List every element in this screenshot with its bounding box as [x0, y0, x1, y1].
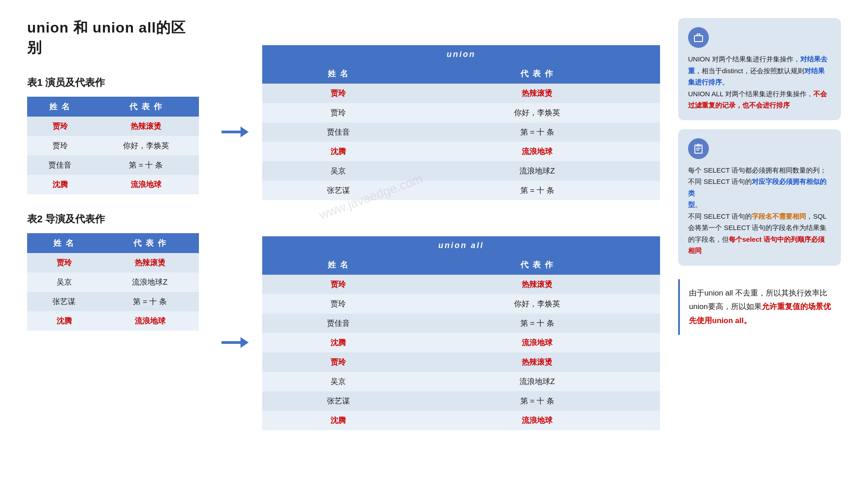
table-row: 张艺谋第 = 十 条: [262, 181, 660, 200]
table-row-work: 第 = 十 条: [415, 181, 660, 200]
table-row-name: 张艺谋: [262, 181, 415, 200]
table-row-name: 贾佳音: [262, 122, 415, 142]
table-row-name: 沈腾: [262, 333, 415, 352]
table1-col2-header: 代 表 作: [93, 97, 199, 117]
table-row-name: 沈腾: [27, 311, 101, 331]
table-row-work: 流浪地球Z: [415, 161, 660, 181]
table-row-work: 热辣滚烫: [93, 117, 199, 136]
table-row-work: 第 = 十 条: [415, 314, 660, 333]
union-all-table: union all 姓 名 代 表 作 贾玲热辣滚烫贾玲你好，李焕英贾佳音第 =…: [262, 236, 660, 430]
table-row: 贾玲你好，李焕英: [262, 294, 660, 314]
table-row: 沈腾流浪地球: [262, 142, 660, 161]
union-col1-header: 姓 名: [262, 64, 415, 84]
table-row: 沈腾流浪地球: [27, 311, 199, 331]
table-row: 贾玲热辣滚烫: [27, 253, 199, 272]
table-row-work: 你好，李焕英: [415, 103, 660, 122]
union-title: union: [262, 45, 660, 64]
table-row: 贾玲你好，李焕英: [27, 136, 199, 155]
table-row-name: 贾玲: [262, 84, 415, 103]
table-row-work: 流浪地球: [415, 142, 660, 161]
table1-col1-header: 姓 名: [27, 97, 93, 117]
table-row: 贾佳音第 = 十 条: [262, 314, 660, 333]
table-row: 贾玲热辣滚烫: [262, 84, 660, 103]
table-row: 贾佳音第 = 十 条: [27, 155, 199, 175]
left-panel: union 和 union all的区别 表1 演员及代表作 姓 名 代 表 作…: [27, 18, 199, 448]
union-all-title: union all: [262, 236, 660, 255]
table-row-name: 贾玲: [262, 275, 415, 294]
briefcase-icon: [688, 27, 709, 48]
table-row: 张艺谋第 = 十 条: [262, 391, 660, 411]
main-title: union 和 union all的区别: [27, 18, 199, 58]
table-row-work: 热辣滚烫: [101, 253, 199, 272]
right-panel: UNION 对两个结果集进行并集操作，对结果去重，相当于distinct，还会按…: [678, 18, 841, 448]
union-col2-header: 代 表 作: [415, 64, 660, 84]
table-row-name: 沈腾: [27, 175, 93, 194]
arrow-to-union-all: [217, 338, 253, 347]
table-row-name: 沈腾: [262, 411, 415, 430]
svg-rect-1: [696, 150, 699, 150]
table-row-name: 沈腾: [262, 142, 415, 161]
clipboard-icon: [688, 138, 709, 159]
union-table: union 姓 名 代 表 作 贾玲热辣滚烫贾玲你好，李焕英贾佳音第 = 十 条…: [262, 45, 660, 200]
table1: 姓 名 代 表 作 贾玲热辣滚烫贾玲你好，李焕英贾佳音第 = 十 条沈腾流浪地球: [27, 97, 199, 194]
table-row-name: 贾玲: [262, 294, 415, 314]
table-row: 张艺谋第 = 十 条: [27, 292, 199, 311]
table-row: 贾佳音第 = 十 条: [262, 122, 660, 142]
info-card-1-text: UNION 对两个结果集进行并集操作，对结果去重，相当于distinct，还会按…: [688, 53, 831, 111]
table-row: 吴京流浪地球Z: [27, 272, 199, 292]
table-row-name: 贾玲: [27, 117, 93, 136]
table-row-work: 第 = 十 条: [415, 122, 660, 142]
table-row-work: 流浪地球Z: [101, 272, 199, 292]
svg-rect-0: [696, 148, 701, 149]
table-row: 贾玲你好，李焕英: [262, 103, 660, 122]
table-row: 沈腾流浪地球: [262, 333, 660, 352]
info-card-1: UNION 对两个结果集进行并集操作，对结果去重，相当于distinct，还会按…: [678, 18, 841, 120]
table1-title: 表1 演员及代表作: [27, 76, 199, 89]
table-row-work: 第 = 十 条: [101, 292, 199, 311]
info-card-2: 每个 SELECT 语句都必须拥有相同数量的列； 不同 SELECT 语句的对应…: [678, 129, 841, 266]
table-row: 吴京流浪地球Z: [262, 161, 660, 181]
table2-title: 表2 导演及代表作: [27, 212, 199, 226]
table-row-name: 贾佳音: [262, 314, 415, 333]
union-all-col2-header: 代 表 作: [415, 255, 660, 275]
table-row: 贾玲热辣滚烫: [27, 117, 199, 136]
table-row-name: 吴京: [262, 161, 415, 181]
table-row-work: 流浪地球: [415, 333, 660, 352]
table-row-work: 第 = 十 条: [93, 155, 199, 175]
table-row-work: 流浪地球Z: [415, 372, 660, 391]
table-row-work: 流浪地球: [415, 411, 660, 430]
table-row-name: 贾佳音: [27, 155, 93, 175]
table-row-work: 流浪地球: [93, 175, 199, 194]
table-row: 沈腾流浪地球: [27, 175, 199, 194]
table-row-name: 贾玲: [262, 352, 415, 372]
table2-col1-header: 姓 名: [27, 233, 101, 253]
table-row-name: 吴京: [27, 272, 101, 292]
table2: 姓 名 代 表 作 贾玲热辣滚烫吴京流浪地球Z张艺谋第 = 十 条沈腾流浪地球: [27, 233, 199, 331]
table-row-name: 吴京: [262, 372, 415, 391]
table-row-name: 张艺谋: [27, 292, 101, 311]
table-row-work: 你好，李焕英: [93, 136, 199, 155]
table-row: 沈腾流浪地球: [262, 411, 660, 430]
table-row-work: 第 = 十 条: [415, 391, 660, 411]
table-row-work: 流浪地球: [101, 311, 199, 331]
table2-col2-header: 代 表 作: [101, 233, 199, 253]
table-row-name: 贾玲: [27, 136, 93, 155]
table-row-work: 你好，李焕英: [415, 294, 660, 314]
union-all-col1-header: 姓 名: [262, 255, 415, 275]
info-card-2-text: 每个 SELECT 语句都必须拥有相同数量的列； 不同 SELECT 语句的对应…: [688, 164, 831, 257]
final-note: 由于union all 不去重，所以其执行效率比union要高，所以如果允许重复…: [678, 279, 841, 335]
arrow-to-union: [217, 127, 253, 136]
table-row-name: 贾玲: [27, 253, 101, 272]
table-row-work: 热辣滚烫: [415, 352, 660, 372]
table-row-name: 贾玲: [262, 103, 415, 122]
table-row: 贾玲热辣滚烫: [262, 275, 660, 294]
table-row-work: 热辣滚烫: [415, 84, 660, 103]
main-layout: union 和 union all的区别 表1 演员及代表作 姓 名 代 表 作…: [27, 18, 841, 448]
table-row: 吴京流浪地球Z: [262, 372, 660, 391]
table-row-work: 热辣滚烫: [415, 275, 660, 294]
table-row: 贾玲热辣滚烫: [262, 352, 660, 372]
table-row-name: 张艺谋: [262, 391, 415, 411]
